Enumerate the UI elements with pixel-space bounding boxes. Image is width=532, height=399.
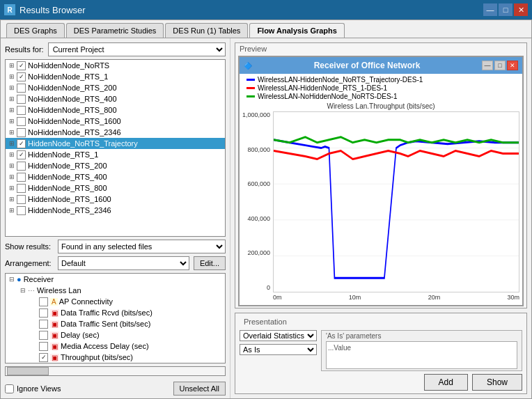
tree-item-3[interactable]: ⊞ NoHiddenNode_RTS_200 xyxy=(6,82,225,93)
expander-9: ⊞ xyxy=(7,150,17,159)
checkbox-14[interactable] xyxy=(17,206,26,215)
label-data-sent: Data Traffic Sent (bits/sec) xyxy=(61,320,150,328)
tree-item-10[interactable]: ⊞ HiddenNode_RTS_200 xyxy=(6,160,225,171)
checkbox-data-rcvd[interactable] xyxy=(39,308,48,318)
main-window: DES Graphs DES Parametric Studies DES Ru… xyxy=(0,19,532,399)
label-1: NoHiddenNode_NoRTS xyxy=(28,61,109,70)
receiver-icon: ● xyxy=(17,275,22,283)
checkbox-9[interactable] xyxy=(17,150,26,159)
tree-item-6[interactable]: ⊞ NoHiddenNode_RTS_1600 xyxy=(6,116,225,127)
expander-4: ⊞ xyxy=(7,94,17,104)
presentation-title: Presentation xyxy=(240,316,522,327)
show-results-dropdown[interactable]: Found in any selected files xyxy=(58,240,226,253)
ignore-views-checkbox[interactable] xyxy=(5,384,14,393)
tree-item-5[interactable]: ⊞ NoHiddenNode_RTS_800 xyxy=(6,104,225,116)
arrangement-dropdown[interactable]: Default xyxy=(58,256,189,270)
graph-window: 🔷 Receiver of Office Network — □ ✕ xyxy=(238,56,524,306)
checkbox-5[interactable] xyxy=(17,106,26,115)
checkbox-6[interactable] xyxy=(17,117,26,126)
tree-item-13[interactable]: ⊞ HiddenNode_RTS_1600 xyxy=(6,194,225,205)
checkbox-2[interactable] xyxy=(17,72,26,81)
tree-item-14[interactable]: ⊞ HiddenNode_RTS_2346 xyxy=(6,205,225,216)
maximize-button[interactable]: □ xyxy=(499,3,513,16)
metrics-tree-item-media-delay[interactable]: ⊟ ▣ Media Access Delay (sec) xyxy=(6,341,225,352)
y-1000: 1,000,000 xyxy=(242,111,270,118)
scenario-tree[interactable]: ⊞ NoHiddenNode_NoRTS ⊞ NoHiddenNode_RTS_… xyxy=(5,59,226,237)
ignore-views-text: Ignore Views xyxy=(17,384,61,393)
right-panel: Preview 🔷 Receiver of Office Network — □… xyxy=(230,38,531,398)
checkbox-8[interactable] xyxy=(17,139,26,148)
checkbox-3[interactable] xyxy=(17,84,26,93)
label-4: NoHiddenNode_RTS_400 xyxy=(28,95,117,103)
show-results-row: Show results: Found in any selected file… xyxy=(5,240,226,253)
metrics-tree-item-ap[interactable]: ⊟ A AP Connectivity xyxy=(6,296,225,307)
checkbox-1[interactable] xyxy=(17,61,26,70)
checkbox-11[interactable] xyxy=(17,173,26,182)
add-button[interactable]: Add xyxy=(424,374,468,391)
checkbox-13[interactable] xyxy=(17,195,26,204)
presentation-type-dropdown[interactable]: Overlaid Statistics xyxy=(240,330,317,341)
graph-maximize-btn[interactable]: □ xyxy=(494,61,506,70)
left-panel: Results for: Current Project ⊞ NoHiddenN… xyxy=(1,38,230,398)
edit-button[interactable]: Edit... xyxy=(194,256,226,270)
tree-item-11[interactable]: ⊞ HiddenNode_RTS_400 xyxy=(6,171,225,182)
minimize-button[interactable]: — xyxy=(483,3,497,16)
metrics-tree-item-wlan[interactable]: ⊟ ⋯ Wireless Lan xyxy=(6,285,225,296)
expander-3: ⊞ xyxy=(7,83,17,93)
horizontal-scrollbar[interactable] xyxy=(5,366,226,376)
tab-flow-analysis[interactable]: Flow Analysis Graphs xyxy=(249,23,345,38)
expander-1: ⊞ xyxy=(7,61,17,70)
preview-title: Preview xyxy=(235,43,526,54)
graph-minimize-btn[interactable]: — xyxy=(482,61,493,70)
expander-10: ⊞ xyxy=(7,161,17,171)
tab-des-graphs[interactable]: DES Graphs xyxy=(6,23,65,38)
asis-parameters-group: 'As Is' parameters ...Value xyxy=(321,330,522,371)
checkbox-media-delay[interactable] xyxy=(39,342,48,351)
x-30: 30m xyxy=(507,294,519,302)
metrics-tree-item-receiver[interactable]: ⊟ ● Receiver xyxy=(6,274,225,285)
arrangement-row: Arrangement: Default Edit... xyxy=(5,256,226,270)
tree-item-9[interactable]: ⊞ HiddenNode_RTS_1 xyxy=(6,149,225,160)
tree-item-2[interactable]: ⊞ NoHiddenNode_RTS_1 xyxy=(6,71,225,82)
label-data-rcvd: Data Traffic Rcvd (bits/sec) xyxy=(61,308,152,317)
legend-color-2 xyxy=(247,87,255,89)
metrics-tree-item-data-rcvd[interactable]: ⊟ ▣ Data Traffic Rcvd (bits/sec) xyxy=(6,307,225,318)
checkbox-4[interactable] xyxy=(17,95,26,104)
unselect-all-button[interactable]: Unselect All xyxy=(173,382,226,396)
results-for-dropdown[interactable]: Current Project xyxy=(48,42,226,56)
expander-8: ⊞ xyxy=(7,139,17,148)
graph-close-btn[interactable]: ✕ xyxy=(507,61,518,70)
tab-des-parametric[interactable]: DES Parametric Studies xyxy=(66,23,164,38)
title-bar-controls: — □ ✕ xyxy=(483,3,528,16)
ignore-views-label[interactable]: Ignore Views xyxy=(5,384,61,393)
checkbox-12[interactable] xyxy=(17,184,26,193)
tree-item-7[interactable]: ⊞ NoHiddenNode_RTS_2346 xyxy=(6,127,225,138)
label-ap: AP Connectivity xyxy=(59,297,113,306)
checkbox-7[interactable] xyxy=(17,128,26,137)
expander-wlan: ⊟ xyxy=(18,285,28,295)
label-throughput: Throughput (bits/sec) xyxy=(61,353,133,361)
graph-controls: — □ ✕ xyxy=(482,61,518,70)
scrollbar-thumb[interactable] xyxy=(7,367,49,375)
metrics-tree-item-throughput[interactable]: ⊟ ▣ Throughput (bits/sec) xyxy=(6,352,225,363)
checkbox-data-sent[interactable] xyxy=(39,320,48,329)
metrics-tree-item-delay[interactable]: ⊟ ▣ Delay (sec) xyxy=(6,329,225,341)
metrics-tree[interactable]: ⊟ ● Receiver ⊟ ⋯ Wireless Lan ⊟ A AP Con… xyxy=(5,273,226,363)
x-axis: 0m 10m 20m 30m xyxy=(273,292,519,302)
metrics-tree-item-data-sent[interactable]: ⊟ ▣ Data Traffic Sent (bits/sec) xyxy=(6,318,225,329)
tree-item-1[interactable]: ⊞ NoHiddenNode_NoRTS xyxy=(6,60,225,71)
expander-7: ⊞ xyxy=(7,127,17,137)
tree-item-12[interactable]: ⊞ HiddenNode_RTS_800 xyxy=(6,182,225,194)
checkbox-10[interactable] xyxy=(17,162,26,171)
title-bar: R Results Browser — □ ✕ xyxy=(0,0,532,19)
checkbox-delay[interactable] xyxy=(39,331,48,340)
close-button[interactable]: ✕ xyxy=(514,3,528,16)
tree-item-8[interactable]: ⊞ HiddenNode_NoRTS_Trajectory xyxy=(6,138,225,149)
y-axis: 1,000,000 800,000 600,000 400,000 200,00… xyxy=(242,111,273,302)
tree-item-4[interactable]: ⊞ NoHiddenNode_RTS_400 xyxy=(6,93,225,104)
checkbox-throughput[interactable] xyxy=(39,353,48,362)
checkbox-ap[interactable] xyxy=(39,297,48,306)
asis-dropdown[interactable]: As Is xyxy=(240,344,317,355)
tab-des-run-tables[interactable]: DES Run (1) Tables xyxy=(165,23,248,38)
show-button[interactable]: Show xyxy=(472,374,522,391)
